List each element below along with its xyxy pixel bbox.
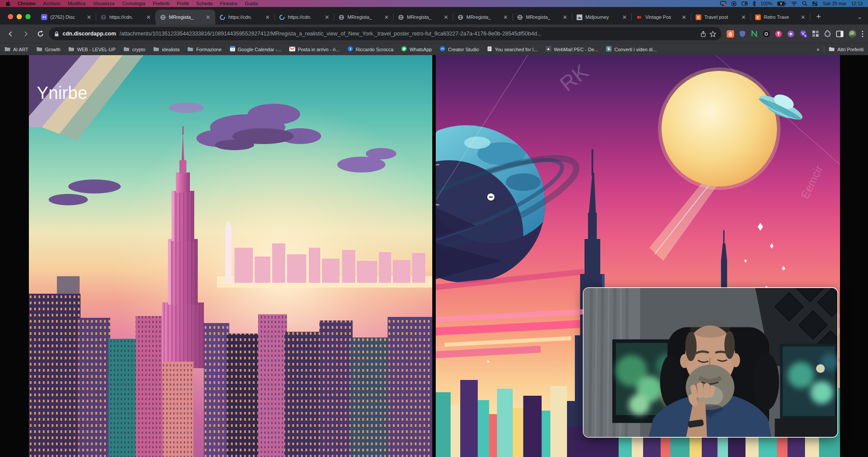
bookmarks-overflow-chevron[interactable]: »	[816, 46, 819, 53]
tab-10[interactable]: Vintage Pos✕	[632, 10, 691, 25]
side-panel-icon[interactable]	[836, 31, 844, 37]
menu-item-archivio[interactable]: Archivio	[43, 1, 60, 6]
extension-icon-blue-shield[interactable]	[739, 30, 746, 38]
extension-icon-purple-paw[interactable]: 5	[799, 30, 807, 38]
display-icon[interactable]	[742, 1, 748, 6]
menu-bar-clock[interactable]: 12:13	[851, 1, 863, 6]
bookmark-label: crypto	[132, 47, 145, 52]
bookmark-whatsapp[interactable]: WhatsApp	[401, 46, 432, 53]
menu-app-name[interactable]: Chrome	[18, 1, 36, 6]
kebab-menu-icon[interactable]	[861, 30, 864, 38]
window-minimize-button[interactable]	[17, 14, 22, 19]
extension-icon-pink-key[interactable]	[775, 30, 782, 38]
apple-logo-icon[interactable]	[5, 0, 10, 7]
bookmark-webmail-pec-de[interactable]: WebMail PEC - De...	[546, 46, 598, 53]
bluetooth-icon[interactable]	[752, 1, 756, 7]
back-button[interactable]	[4, 28, 17, 40]
menu-item-modifica[interactable]: Modifica	[68, 1, 86, 6]
extension-icon-green[interactable]	[751, 30, 758, 37]
new-tab-button[interactable]: +	[812, 10, 825, 23]
bookmark-creator-studio[interactable]: Creator Studio	[440, 46, 479, 53]
folder-icon	[153, 46, 159, 53]
other-bookmarks-folder[interactable]: Altri Preferiti	[829, 46, 864, 53]
tab-3[interactable]: https://cdn.✕	[215, 10, 275, 25]
extension-icon-black-circle[interactable]	[763, 30, 770, 38]
menu-item-cronologia[interactable]: Cronologia	[122, 1, 145, 6]
bookmark-web-level-up[interactable]: WEB - LEVEL-UP	[68, 46, 116, 53]
tab-1[interactable]: https://cdn.✕	[96, 10, 156, 25]
bookmark-converti-i-video-di[interactable]: Converti i video di...	[606, 46, 657, 53]
tab-close-icon[interactable]: ✕	[85, 14, 93, 21]
extension-icon-orange[interactable]	[727, 30, 734, 38]
tab-7[interactable]: MRregista_✕	[453, 10, 513, 25]
menu-item-preferiti[interactable]: Preferiti	[153, 1, 169, 6]
menu-item-profili[interactable]: Profili	[177, 1, 189, 6]
folder-icon	[187, 46, 193, 53]
tab-close-icon[interactable]: ✕	[442, 14, 450, 21]
record-stop-icon[interactable]	[731, 1, 737, 7]
tab-0[interactable]: (2762) Disc✕	[37, 10, 96, 25]
spotlight-search-icon[interactable]	[802, 1, 807, 6]
tab-close-icon[interactable]: ✕	[264, 14, 271, 21]
tab-close-icon[interactable]: ✕	[145, 14, 152, 21]
gcal-icon: 31	[230, 46, 235, 53]
bookmark-idealista[interactable]: idealista	[153, 46, 179, 53]
bookmark-star-icon[interactable]	[710, 31, 716, 37]
bookmark-riccardo-scrocca[interactable]: fRiccardo Scrocca	[347, 46, 393, 53]
tab-9[interactable]: Midjourney✕	[572, 10, 632, 25]
extensions-row: 5	[727, 30, 864, 38]
folder-icon	[829, 46, 835, 53]
url-host: cdn.discordapp.com	[63, 31, 116, 37]
share-icon[interactable]	[700, 31, 706, 37]
tab-label: https://cdn.	[288, 14, 320, 20]
wifi-icon[interactable]	[791, 1, 797, 6]
menu-item-finestra[interactable]: Finestra	[220, 1, 238, 6]
tab-6[interactable]: MRregista_✕	[394, 10, 453, 25]
left-poster-art: Ynirbe	[29, 55, 432, 457]
tab-12[interactable]: ERetro Trave✕	[751, 10, 810, 25]
control-center-icon[interactable]	[812, 1, 818, 6]
screen-share-icon[interactable]	[720, 1, 726, 6]
tab-5[interactable]: MRregista_✕	[334, 10, 394, 25]
extensions-puzzle-icon[interactable]	[824, 30, 831, 38]
tab-11[interactable]: ETravel post✕	[691, 10, 751, 25]
bookmark-ai-art[interactable]: AI ART	[4, 46, 28, 53]
convert-icon	[606, 46, 612, 53]
extension-icon-grid[interactable]	[812, 30, 819, 37]
tab-2-active[interactable]: MRregista_✕	[156, 10, 215, 25]
address-bar[interactable]: cdn.discordapp.com/attachments/101351233…	[49, 27, 721, 40]
extension-icon-purple-circle[interactable]	[787, 30, 794, 38]
tab-label: MRregista_	[466, 14, 499, 20]
bookmark-crypto[interactable]: crypto	[123, 46, 145, 53]
tab-close-icon[interactable]: ✕	[383, 14, 390, 21]
menu-bar-date[interactable]: Sab 25 mar	[822, 1, 846, 6]
bookmark-formazione[interactable]: Formazione	[187, 46, 221, 53]
tab-close-icon[interactable]: ✕	[740, 14, 747, 21]
tab-label: Midjourney	[585, 14, 618, 20]
menu-item-visualizza[interactable]: Visualizza	[93, 1, 115, 6]
left-poster-image[interactable]: Ynirbe	[29, 55, 432, 457]
tab-close-icon[interactable]: ✕	[680, 14, 688, 21]
window-close-button[interactable]	[8, 14, 13, 19]
tab-close-icon[interactable]: ✕	[561, 14, 569, 21]
tab-8[interactable]: MRregista_✕	[513, 10, 572, 25]
tab-search-chevron[interactable]: ⌄	[858, 14, 862, 20]
browser-viewport: Ynirbe	[0, 55, 868, 457]
tab-close-icon[interactable]: ✕	[323, 14, 331, 21]
tab-4[interactable]: https://cdn.✕	[275, 10, 334, 25]
forward-button[interactable]	[19, 28, 32, 40]
menu-item-guida[interactable]: Guida	[245, 1, 258, 6]
window-zoom-button[interactable]	[25, 14, 31, 19]
reload-button[interactable]	[34, 28, 46, 40]
menu-item-scheda[interactable]: Scheda	[196, 1, 213, 6]
tab-close-icon[interactable]: ✕	[799, 14, 807, 21]
bookmark-growth[interactable]: Growth	[36, 46, 60, 53]
tab-close-icon[interactable]: ✕	[502, 14, 509, 21]
tab-close-icon[interactable]: ✕	[204, 14, 212, 21]
bookmark-google-calendar[interactable]: 31Google Calendar -...	[230, 46, 281, 53]
tab-label: Retro Trave	[764, 14, 796, 20]
bookmark-you-searched-for-i[interactable]: You searched for I...	[487, 46, 538, 53]
profile-avatar[interactable]	[848, 30, 857, 38]
tab-close-icon[interactable]: ✕	[621, 14, 628, 21]
bookmark-posta-in-arrivo-ri[interactable]: Posta in arrivo - ri...	[289, 46, 340, 53]
